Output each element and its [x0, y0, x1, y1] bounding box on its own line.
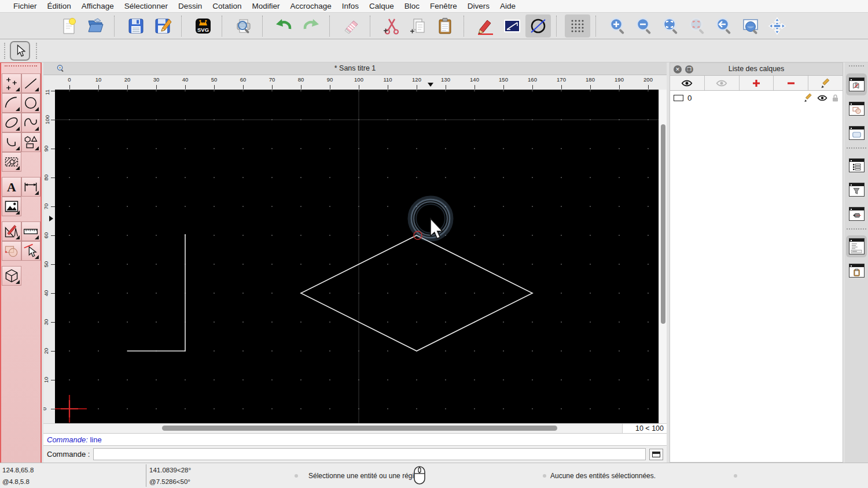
layer-color-swatch[interactable] [674, 95, 683, 101]
undo-button[interactable] [271, 14, 297, 38]
dock-filter-button[interactable] [846, 179, 867, 201]
menu-item-accrochage[interactable]: Accrochage [285, 2, 336, 10]
close-panel-button[interactable]: ✕ [674, 65, 682, 73]
float-panel-button[interactable]: ❐ [685, 65, 693, 73]
zoom-redraw-button[interactable] [711, 14, 737, 38]
layer-visibility-icon[interactable] [817, 94, 827, 102]
points-tool[interactable] [2, 73, 21, 93]
layer-edit-icon[interactable] [804, 93, 813, 102]
hruler-tick-label: 200 [643, 76, 653, 83]
dock-clipboard-button[interactable] [846, 260, 867, 282]
dock-library-button[interactable] [846, 122, 867, 144]
dock-command-button[interactable] [846, 235, 867, 257]
block-tool[interactable] [2, 266, 21, 286]
menu-item-affichage[interactable]: Affichage [76, 2, 119, 10]
polyline-tool[interactable] [2, 132, 21, 152]
menu-item-bloc[interactable]: Bloc [399, 2, 425, 10]
hide-all-layers-button[interactable] [705, 76, 740, 90]
delete-button[interactable] [338, 14, 365, 38]
zoom-window-icon [741, 17, 760, 35]
modify-tool[interactable] [2, 221, 21, 241]
menu-item-selectionner[interactable]: Sélectionner [119, 2, 173, 10]
print-preview-button[interactable] [230, 14, 257, 38]
menu-item-dessin[interactable]: Dessin [173, 2, 207, 10]
zoom-window-button[interactable] [737, 14, 764, 38]
command-history-value: line [90, 435, 101, 444]
horizontal-scrollbar[interactable] [55, 424, 622, 433]
vertical-scrollbar-thumb[interactable] [661, 124, 665, 324]
cut-button[interactable] [378, 14, 405, 38]
pen-attributes-button[interactable] [472, 14, 499, 38]
edit-layer-button[interactable] [808, 76, 843, 90]
hatch-tool[interactable] [2, 152, 21, 172]
select-tool-button[interactable] [10, 41, 30, 61]
redo-button[interactable] [297, 14, 324, 38]
command-window-icon [849, 238, 865, 254]
zoom-in-button[interactable] [604, 14, 631, 38]
ellipse-tool[interactable] [2, 113, 21, 132]
vertical-scrollbar[interactable] [659, 90, 667, 423]
dock-entity-list-button[interactable] [846, 154, 867, 176]
menu-item-fenetre[interactable]: Fenêtre [425, 2, 462, 10]
svg-text:A: A [7, 180, 16, 194]
menu-item-divers[interactable]: Divers [462, 2, 495, 10]
order-tool[interactable] [2, 241, 21, 261]
hruler-tick [98, 85, 99, 89]
save-as-button[interactable] [149, 14, 176, 38]
eraser-icon [342, 17, 361, 35]
copy-button[interactable] [405, 14, 432, 38]
menu-item-calque[interactable]: Calque [364, 2, 399, 10]
text-tool[interactable]: A [2, 177, 21, 197]
hruler-tick [417, 85, 417, 89]
command-input[interactable] [93, 448, 646, 460]
zoom-auto-button[interactable] [657, 14, 684, 38]
arc-tool[interactable] [2, 93, 21, 113]
zoom-auto-icon [661, 17, 680, 35]
new-file-button[interactable] [56, 14, 82, 38]
paste-button[interactable] [432, 14, 458, 38]
save-button[interactable] [123, 14, 149, 38]
dimension-tool[interactable] [21, 177, 41, 197]
menu-item-fichier[interactable]: Fichier [8, 2, 42, 10]
hruler-tick [330, 85, 330, 89]
dock-handle [849, 65, 864, 69]
menu-item-aide[interactable]: Aide [495, 2, 521, 10]
zoom-previous-button[interactable] [684, 14, 711, 38]
dock-blocks-button[interactable] [846, 98, 867, 120]
menu-item-edition[interactable]: Édition [42, 2, 76, 10]
select-entity-tool[interactable] [21, 241, 41, 261]
image-tool[interactable] [2, 197, 21, 216]
command-window-button[interactable] [649, 449, 663, 460]
open-file-button[interactable] [82, 14, 109, 38]
hruler-tick-label: 170 [557, 76, 566, 83]
measure-tool[interactable] [21, 221, 41, 241]
show-all-layers-button[interactable] [670, 76, 705, 90]
add-layer-button[interactable] [740, 76, 774, 90]
dock-layers-button[interactable] [846, 73, 867, 95]
line-attributes-button[interactable] [499, 14, 525, 38]
horizontal-scrollbar-thumb[interactable] [162, 426, 557, 431]
circle-attributes-button[interactable] [525, 14, 551, 38]
vruler-tick [51, 178, 55, 178]
menu-item-modifier[interactable]: Modifier [247, 2, 285, 10]
zoom-out-button[interactable] [631, 14, 657, 38]
line-tool[interactable] [21, 73, 41, 93]
mouse-hint-icon [413, 465, 426, 485]
dock-pen-palette-button[interactable] [846, 203, 867, 225]
menu-item-cotation[interactable]: Cotation [207, 2, 247, 10]
spline-tool[interactable] [21, 113, 41, 132]
circle-tool[interactable] [21, 93, 41, 113]
toolbar-separator [370, 16, 377, 36]
menu-item-infos[interactable]: Infos [337, 2, 364, 10]
vruler-tick-label: 60 [43, 232, 49, 239]
layer-row[interactable]: 0 [670, 91, 843, 105]
shapes-tool[interactable] [21, 132, 41, 152]
layer-lock-icon[interactable] [832, 94, 839, 102]
export-svg-button[interactable]: SVG [190, 14, 216, 38]
hruler-tick [69, 85, 70, 89]
zoom-pan-button[interactable] [764, 14, 790, 38]
drawing-canvas[interactable] [55, 90, 659, 423]
toolbar-separator [114, 16, 121, 36]
grid-toggle-button[interactable] [565, 14, 590, 38]
remove-layer-button[interactable] [774, 76, 808, 90]
